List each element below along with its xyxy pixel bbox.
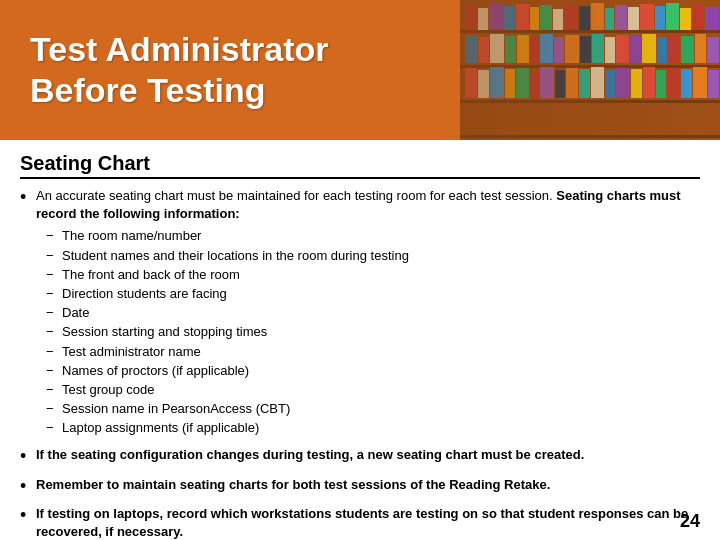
header-line1: Test Administrator Before Testing: [30, 29, 328, 111]
section-title: Seating Chart: [20, 152, 700, 179]
bullet-dot-4: •: [20, 503, 36, 528]
sub-list: −The room name/number −Student names and…: [36, 225, 700, 440]
bullet-dot-1: •: [20, 185, 36, 210]
sub-item-6: −Session starting and stopping times: [46, 323, 700, 341]
sub-item-1: −The room name/number: [46, 227, 700, 245]
sub-item-11: −Laptop assignments (if applicable): [46, 419, 700, 437]
bullet-dot-3: •: [20, 474, 36, 499]
sub-item-8: −Names of proctors (if applicable): [46, 362, 700, 380]
bullet-item-3: • Remember to maintain seating charts fo…: [20, 476, 700, 499]
page-number: 24: [680, 511, 700, 532]
header: Test Administrator Before Testing: [0, 0, 720, 140]
bullet-item-2: • If the seating configuration changes d…: [20, 446, 700, 469]
sub-item-4: −Direction students are facing: [46, 285, 700, 303]
content-area: Seating Chart • An accurate seating char…: [0, 140, 720, 540]
header-title: Test Administrator Before Testing: [0, 29, 328, 111]
sub-item-10: −Session name in PearsonAccess (CBT): [46, 400, 700, 418]
sub-item-5: −Date: [46, 304, 700, 322]
sub-item-3: −The front and back of the room: [46, 266, 700, 284]
bullet-2-text: If the seating configuration changes dur…: [36, 446, 584, 464]
bullet-1-text: An accurate seating chart must be mainta…: [36, 188, 681, 221]
bullet-item-4: • If testing on laptops, record which wo…: [20, 505, 700, 540]
bullet-1-content: An accurate seating chart must be mainta…: [36, 187, 700, 440]
svg-rect-65: [460, 0, 720, 140]
main-bullet-list: • An accurate seating chart must be main…: [20, 187, 700, 540]
bullet-4-text: If testing on laptops, record which work…: [36, 505, 700, 540]
bullet-dot-2: •: [20, 444, 36, 469]
sub-item-2: −Student names and their locations in th…: [46, 247, 700, 265]
sub-item-9: −Test group code: [46, 381, 700, 399]
bullet-item-1: • An accurate seating chart must be main…: [20, 187, 700, 440]
bullet-3-text: Remember to maintain seating charts for …: [36, 476, 550, 494]
sub-item-7: −Test administrator name: [46, 343, 700, 361]
bookshelf-decoration: [460, 0, 720, 140]
